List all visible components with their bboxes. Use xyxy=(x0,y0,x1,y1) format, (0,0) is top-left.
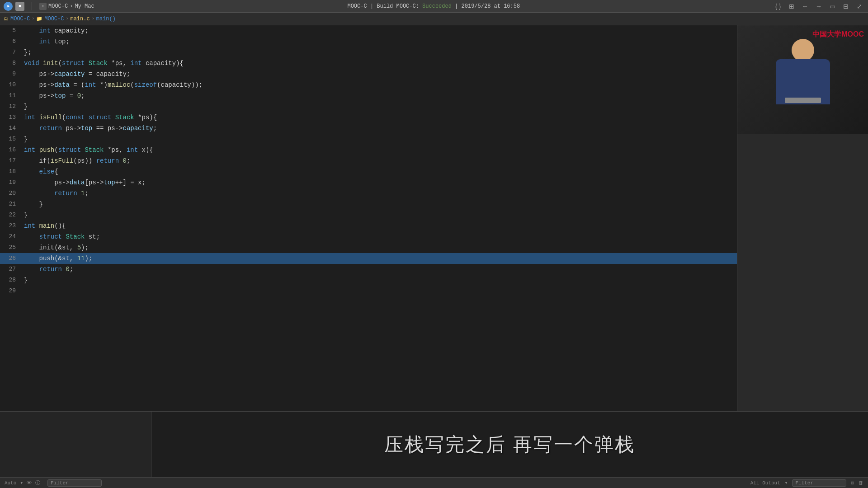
subtitle-text: 压栈写完之后 再写一个弹栈 xyxy=(384,432,635,457)
presenter-laptop xyxy=(785,98,821,103)
auto-label: Auto xyxy=(5,480,16,486)
bottom-right-panel: All Output ▾ Filter ⊡ 🗑 xyxy=(109,479,863,487)
line-number: 29 xyxy=(0,286,20,296)
code-line-23: 23int main(){ xyxy=(0,221,737,231)
line-content: int main(){ xyxy=(20,221,737,231)
mooc-logo: 中国大学MOOC xyxy=(812,30,864,39)
back-button[interactable]: ← xyxy=(800,1,810,11)
code-line-17: 17 if(isFull(ps)) return 0; xyxy=(0,155,737,166)
line-content: int isFull(const struct Stack *ps){ xyxy=(20,112,737,123)
breadcrumb-file[interactable]: main.c xyxy=(70,16,90,22)
breadcrumb: 🗂 MOOC-C › 📁 MOOC-C › main.c › main() xyxy=(0,13,868,25)
line-content: } xyxy=(20,275,737,286)
code-line-27: 27 return 0; xyxy=(0,264,737,275)
build-result: Succeeded xyxy=(422,3,452,9)
line-content: return ps->top == ps->capacity; xyxy=(20,123,737,134)
line-content: } xyxy=(20,199,737,210)
line-number: 23 xyxy=(0,221,20,231)
layout-button[interactable]: ▭ xyxy=(827,1,837,11)
code-line-20: 20 return 1; xyxy=(0,188,737,199)
line-number: 15 xyxy=(0,134,20,145)
play-button[interactable] xyxy=(4,2,13,11)
build-status: MOOC-C | Build MOOC-C: Succeeded | 2019/… xyxy=(100,3,768,9)
code-review-button[interactable]: { } xyxy=(773,1,783,11)
separator-label: › xyxy=(70,3,73,9)
line-number: 9 xyxy=(0,69,20,80)
code-line-21: 21 } xyxy=(0,199,737,210)
output-arrow: ▾ xyxy=(785,480,788,486)
code-line-9: 9 ps->capacity = capacity; xyxy=(0,69,737,80)
line-content: int capacity; xyxy=(20,25,737,36)
line-content: int top; xyxy=(20,36,737,47)
line-number: 19 xyxy=(0,177,20,188)
line-number: 8 xyxy=(0,58,20,69)
code-line-22: 22} xyxy=(0,210,737,221)
separator xyxy=(32,2,32,10)
line-content: }; xyxy=(20,47,737,58)
subtitle-area: 压栈写完之后 再写一个弹栈 xyxy=(151,412,868,477)
code-line-25: 25 init(&st, 5); xyxy=(0,242,737,253)
line-number: 22 xyxy=(0,210,20,221)
code-editor[interactable]: 5 int capacity;6 int top;7};8void init(s… xyxy=(0,25,737,411)
eye-icon: 👁 xyxy=(27,480,32,486)
project-icon: 🗂 xyxy=(4,16,9,22)
code-line-5: 5 int capacity; xyxy=(0,25,737,36)
main-layout: 5 int capacity;6 int top;7};8void init(s… xyxy=(0,25,868,411)
video-panel: 中国大学MOOC xyxy=(737,25,868,411)
line-number: 20 xyxy=(0,188,20,199)
line-content: return 0; xyxy=(20,264,737,275)
code-line-8: 8void init(struct Stack *ps, int capacit… xyxy=(0,58,737,69)
status-bar: Auto ▾ 👁 ⓘ Filter All Output ▾ Filter ⊡ … xyxy=(0,477,868,488)
line-content: } xyxy=(20,101,737,112)
down-arrow-icon: ▾ xyxy=(20,480,23,486)
build-text: MOOC-C | Build MOOC-C: xyxy=(347,3,422,9)
line-content: } xyxy=(20,210,737,221)
code-line-16: 16int push(struct Stack *ps, int x){ xyxy=(0,145,737,155)
trash-icon[interactable]: 🗑 xyxy=(859,480,863,486)
line-number: 14 xyxy=(0,123,20,134)
line-number: 7 xyxy=(0,47,20,58)
code-line-14: 14 return ps->top == ps->capacity; xyxy=(0,123,737,134)
filter-input-right[interactable]: Filter xyxy=(792,479,846,487)
line-content: if(isFull(ps)) return 0; xyxy=(20,155,737,166)
filter-input-left[interactable]: Filter xyxy=(47,479,102,487)
video-container: 中国大学MOOC xyxy=(737,25,868,134)
line-content: ps->data = (int *)malloc(sizeof(capacity… xyxy=(20,80,737,90)
clear-icon[interactable]: ⊡ xyxy=(851,480,854,486)
line-number: 27 xyxy=(0,264,20,275)
all-output-label: All Output xyxy=(750,480,780,486)
line-number: 10 xyxy=(0,80,20,90)
breadcrumb-folder[interactable]: 📁 MOOC-C xyxy=(36,16,64,22)
line-content: ps->capacity = capacity; xyxy=(20,69,737,80)
status-left: Auto ▾ 👁 ⓘ xyxy=(5,479,40,486)
bottom-panel: 压栈写完之后 再写一个弹栈 Auto ▾ 👁 ⓘ Filter All Outp… xyxy=(0,411,868,488)
line-number: 13 xyxy=(0,112,20,123)
line-number: 28 xyxy=(0,275,20,286)
split-button[interactable]: ⊟ xyxy=(841,1,851,11)
file-name: main.c xyxy=(70,16,90,22)
line-content: struct Stack st; xyxy=(20,231,737,242)
bottom-main: 压栈写完之后 再写一个弹栈 xyxy=(0,412,868,477)
filter2-placeholder: Filter xyxy=(795,480,813,486)
code-line-12: 12} xyxy=(0,101,737,112)
fullscreen-button[interactable]: ⤢ xyxy=(854,1,864,11)
line-number: 12 xyxy=(0,101,20,112)
breakpoint-button[interactable]: ⊞ xyxy=(787,1,797,11)
line-content: push(&st, 11); xyxy=(20,253,737,264)
line-number: 18 xyxy=(0,166,20,177)
scheme-selector[interactable]: C MOOC-C › My Mac xyxy=(39,3,94,10)
forward-button[interactable]: → xyxy=(814,1,824,11)
debug-panel xyxy=(0,412,151,477)
project-name: MOOC-C xyxy=(10,16,30,22)
line-content: else{ xyxy=(20,166,737,177)
code-line-15: 15} xyxy=(0,134,737,145)
line-number: 11 xyxy=(0,90,20,101)
line-number: 6 xyxy=(0,36,20,47)
code-line-19: 19 ps->data[ps->top++] = x; xyxy=(0,177,737,188)
code-line-13: 13int isFull(const struct Stack *ps){ xyxy=(0,112,737,123)
presenter-head xyxy=(792,39,814,61)
breadcrumb-project[interactable]: 🗂 MOOC-C xyxy=(4,16,30,22)
breadcrumb-function[interactable]: main() xyxy=(96,16,116,22)
line-content: ps->data[ps->top++] = x; xyxy=(20,177,737,188)
stop-button[interactable] xyxy=(15,2,24,11)
